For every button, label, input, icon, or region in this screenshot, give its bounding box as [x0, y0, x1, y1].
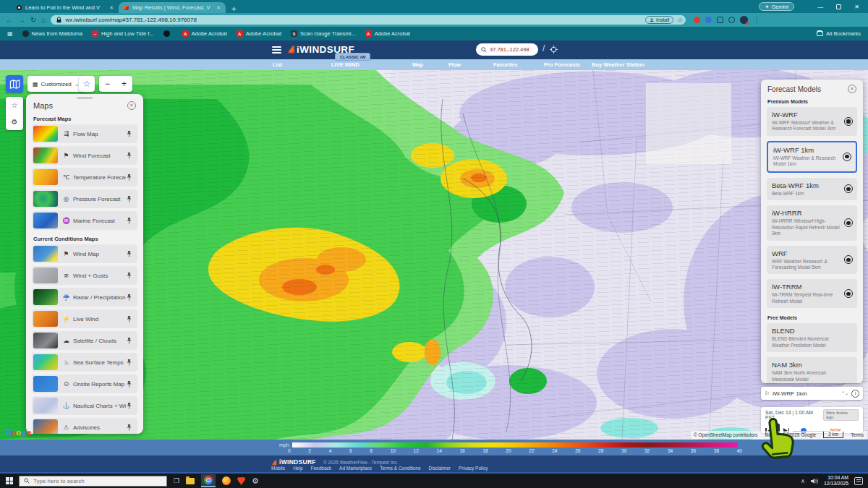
pin-icon[interactable] — [126, 424, 132, 432]
close-icon[interactable]: ✕ — [848, 85, 856, 93]
extension-icon[interactable] — [705, 17, 712, 23]
brave-icon[interactable] — [237, 476, 245, 485]
map-item-live-wind[interactable]: ⚡ Live Wind — [32, 309, 137, 328]
map-preset-dropdown[interactable]: ▦ Customized ⌄ — [27, 76, 85, 92]
pin-icon[interactable] — [126, 272, 132, 280]
footer-link-privacy[interactable]: Privacy Policy — [459, 466, 488, 471]
nav-buy-weather-station[interactable]: Buy Weather Station — [592, 61, 644, 68]
map-style-button[interactable] — [6, 75, 23, 93]
extension-icon[interactable] — [728, 17, 735, 23]
locate-icon[interactable] — [550, 46, 558, 53]
radio-icon[interactable] — [843, 153, 851, 161]
model-card-beta-wrf-1km[interactable]: Beta-WRF 1km Beta-WRF 1km — [767, 178, 857, 200]
footer-link-help[interactable]: Help — [293, 466, 302, 471]
model-card-blend[interactable]: BLEND BLEND Blended Numerical Weather Pr… — [767, 323, 857, 352]
model-card-iw-wrf-1km[interactable]: iW-WRF 1km iW-WRF Weather & Research Mod… — [767, 141, 857, 173]
map-item-nautical-charts[interactable]: ⚓ Nautical Charts + Wind — [32, 396, 137, 415]
tab-close-icon[interactable]: ✕ — [109, 5, 114, 11]
chrome-icon[interactable] — [201, 474, 216, 487]
close-window-button[interactable]: ✕ — [854, 4, 859, 10]
footer-link-ad-marketplace[interactable]: Ad Marketplace — [339, 466, 372, 471]
map-item-onsite-reports[interactable]: ⊙ Onsite Reports Map — [32, 374, 137, 393]
bookmark-item[interactable]: ~ High and Low Tide f... — [92, 30, 154, 37]
extensions-puzzle-icon[interactable] — [717, 17, 723, 23]
pin-icon[interactable] — [126, 359, 132, 367]
google-logo[interactable]: Google — [6, 428, 31, 437]
close-icon[interactable]: ✕ — [127, 101, 136, 110]
map-item-wind-forecast[interactable]: ⚑ Wind Forecast — [32, 146, 137, 165]
model-stepper-icon[interactable]: ⌃⌄ — [841, 392, 848, 395]
map-item-radar-precipitation[interactable]: ☔ Radar / Precipitation — [32, 288, 137, 307]
minimize-button[interactable]: — — [817, 4, 823, 10]
file-explorer-icon[interactable] — [186, 478, 195, 484]
nav-pro-forecasts[interactable]: Pro Forecasts — [544, 61, 580, 68]
model-selector-bar[interactable]: ⚐ iW-WRF 1km ⌃⌄ i — [761, 387, 863, 400]
taskbar-search-input[interactable] — [33, 478, 149, 484]
footer-link-feedback[interactable]: Feedback — [311, 466, 332, 471]
radio-icon[interactable] — [844, 255, 853, 264]
install-button[interactable]: Install — [645, 16, 673, 24]
restore-button[interactable] — [836, 4, 841, 9]
nav-flow[interactable]: Flow — [448, 61, 461, 68]
footer-link-disclaimer[interactable]: Disclaimer — [429, 466, 451, 471]
radio-icon[interactable] — [844, 218, 853, 227]
speaker-icon[interactable] — [811, 478, 818, 484]
bookmark-item[interactable]: News from Malidoma — [22, 30, 82, 37]
map-item-temperature-forecast[interactable]: ℃ Temperature Forecast — [32, 168, 137, 187]
terms-link[interactable]: Terms — [851, 432, 864, 437]
reload-icon[interactable]: ↻ — [30, 17, 36, 24]
model-card-iw-trrm[interactable]: iW-TRRM iW-TRRM Tempest Real-time Refres… — [767, 279, 857, 308]
taskbar-search[interactable] — [19, 476, 167, 487]
nav-favorites[interactable]: Favorites — [493, 61, 517, 68]
pin-icon[interactable] — [126, 130, 132, 138]
browser-menu-icon[interactable]: ⋮ — [753, 17, 760, 24]
map-item-flow-map[interactable]: ⇶ Flow Map — [32, 124, 137, 143]
profile-avatar[interactable] — [740, 16, 748, 24]
radio-icon[interactable] — [844, 184, 853, 193]
bookmark-item[interactable]: S Scan Gauge Transmi... — [291, 30, 356, 37]
info-icon[interactable]: i — [851, 390, 859, 398]
location-search[interactable]: 37.781,-122.498 — [476, 43, 538, 56]
map-item-advisories[interactable]: ⚠ Advisories — [32, 418, 137, 434]
map-item-pressure-forecast[interactable]: ◎ Pressure Forecast — [32, 189, 137, 208]
map-item-marine-forecast[interactable]: ♒ Marine Forecast — [32, 211, 137, 230]
zoom-out-button[interactable]: − — [105, 79, 110, 89]
radio-icon[interactable] — [844, 289, 853, 298]
notification-icon[interactable] — [854, 477, 863, 485]
pin-icon[interactable] — [126, 152, 132, 160]
menu-icon[interactable] — [272, 46, 281, 55]
extension-icon[interactable] — [694, 17, 700, 23]
footer-link-mobile[interactable]: Mobile — [271, 466, 285, 471]
new-tab-button[interactable]: + — [231, 4, 236, 13]
zoom-in-button[interactable]: + — [122, 79, 127, 89]
pin-icon[interactable] — [126, 402, 132, 410]
tab-close-icon[interactable]: ✕ — [216, 5, 221, 11]
classic-badge[interactable]: CLASSIC iW — [335, 53, 370, 61]
pin-icon[interactable] — [126, 174, 132, 181]
map-item-wind-gusts[interactable]: ≋ Wind + Gusts — [32, 266, 137, 285]
model-card-nam-3km[interactable]: NAM 3km NAM 3km North American Mesoscale… — [767, 357, 857, 383]
pin-icon[interactable] — [126, 250, 132, 258]
forward-icon[interactable]: → — [18, 17, 25, 24]
bookmark-item[interactable] — [163, 30, 173, 37]
nav-live-wind[interactable]: LIVE WIND — [331, 61, 359, 68]
settings-gear-icon[interactable]: ⚙ — [12, 118, 18, 126]
map-item-satellite-clouds[interactable]: ☁ Satellite / Clouds — [32, 331, 137, 350]
back-icon[interactable]: ← — [6, 17, 13, 24]
footer-link-terms[interactable]: Terms & Conditions — [380, 466, 420, 471]
nav-list[interactable]: List — [273, 61, 282, 68]
map-item-sea-surface-temps[interactable]: ♨ Sea Surface Temps — [32, 353, 137, 372]
firefox-icon[interactable] — [222, 476, 231, 485]
model-card-wrf[interactable]: WRF WRF Weather Research & Forecasting M… — [767, 246, 857, 275]
pin-icon[interactable] — [126, 380, 132, 388]
bookmark-star-icon[interactable]: ☆ — [677, 17, 683, 24]
bookmark-item[interactable]: A Adobe Acrobat — [365, 30, 410, 37]
start-button[interactable] — [0, 474, 19, 488]
pin-icon[interactable] — [126, 294, 132, 301]
favorite-view-button[interactable]: ☆ — [79, 76, 95, 92]
model-card-iw-wrf[interactable]: iW-WRF iW-WRF iWindsurf Weather & Resear… — [767, 107, 857, 136]
gemini-button[interactable]: ✦ Gemini — [759, 2, 794, 11]
task-view-icon[interactable]: ❐ — [174, 477, 179, 484]
pin-icon[interactable] — [126, 195, 132, 203]
map-item-wind-map[interactable]: ⚑ Wind Map — [32, 244, 137, 263]
